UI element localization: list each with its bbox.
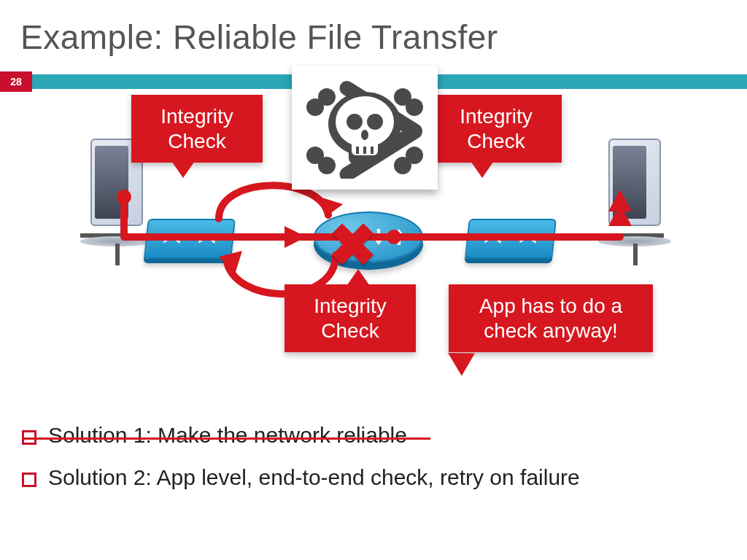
svg-rect-19 <box>371 147 374 154</box>
failure-x-icon: ✖ <box>328 211 377 279</box>
svg-marker-23 <box>608 190 632 211</box>
strikethrough-line <box>22 438 430 440</box>
slide-title: Example: Reliable File Transfer <box>20 18 498 57</box>
svg-marker-24 <box>285 226 306 248</box>
svg-rect-17 <box>356 147 359 154</box>
bullet-box-icon <box>22 472 36 487</box>
svg-point-3 <box>406 98 423 116</box>
skull-crossbones-icon <box>292 66 438 190</box>
svg-point-7 <box>406 147 423 164</box>
bullet-text: Solution 1: Make the network reliable <box>48 423 407 448</box>
svg-point-16 <box>361 130 368 140</box>
svg-point-1 <box>306 98 324 116</box>
svg-point-15 <box>367 114 383 130</box>
svg-rect-18 <box>363 147 366 154</box>
flow-mid-dot <box>387 230 401 244</box>
network-diagram: Integrity Check Integrity Check Integrit… <box>0 95 747 401</box>
page-number-badge: 28 <box>0 71 32 92</box>
bullet-text: Solution 2: App level, end-to-end check,… <box>48 465 580 490</box>
svg-point-5 <box>306 147 324 164</box>
bullet-list: Solution 1: Make the network reliable So… <box>22 423 580 508</box>
svg-point-14 <box>347 114 363 130</box>
bullet-1: Solution 1: Make the network reliable <box>22 423 580 448</box>
flow-start-dot <box>117 190 131 204</box>
bullet-2: Solution 2: App level, end-to-end check,… <box>22 465 580 490</box>
